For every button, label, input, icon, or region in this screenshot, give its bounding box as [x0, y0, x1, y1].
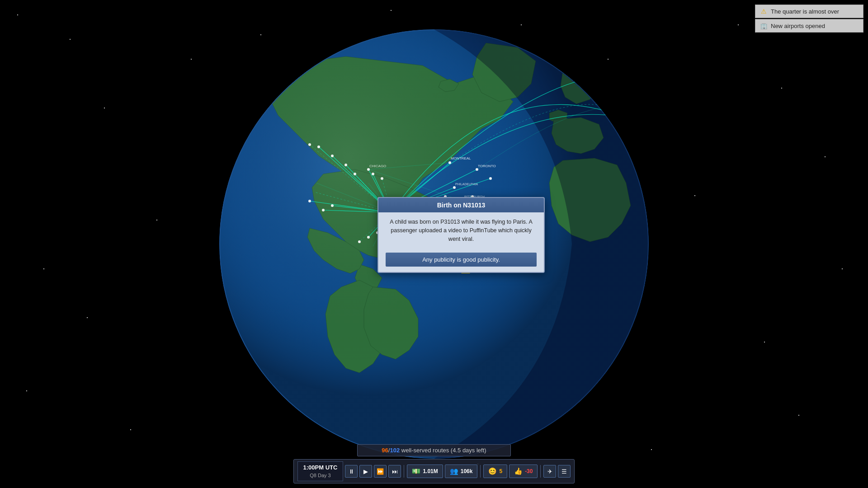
- modal-footer: Any publicity is good publicity.: [378, 249, 544, 272]
- svg-point-46: [489, 177, 492, 180]
- notifications-panel: ⚠ The quarter is almost over 🏢 New airpo…: [755, 5, 863, 33]
- menu-button[interactable]: ☰: [558, 465, 571, 478]
- svg-point-70: [624, 116, 628, 119]
- svg-point-69: [308, 200, 311, 202]
- pax-badge[interactable]: 👥 106k: [445, 465, 478, 478]
- satisfaction-value: 5: [499, 468, 502, 474]
- play-button[interactable]: ▶: [359, 465, 372, 478]
- divider-1: [404, 465, 404, 478]
- svg-point-48: [453, 186, 456, 189]
- routes-current: 96: [382, 447, 388, 454]
- modal-confirm-button[interactable]: Any publicity is good publicity.: [386, 253, 537, 267]
- svg-point-58: [372, 173, 374, 175]
- bottom-hud: 96/102 well-served routes (4.5 days left…: [0, 444, 868, 488]
- event-modal[interactable]: Birth on N31013 A child was born on P310…: [377, 197, 545, 272]
- divider-3: [540, 465, 541, 478]
- svg-point-55: [308, 143, 311, 146]
- modal-body: A child was born on P31013 while it was …: [378, 212, 544, 249]
- current-time: 1:00PM UTC: [303, 464, 338, 472]
- money-icon: 💵: [412, 467, 420, 475]
- money-value: 1.01M: [423, 468, 438, 474]
- svg-text:PHILADELPHIA: PHILADELPHIA: [455, 183, 478, 186]
- svg-text:TORONTO: TORONTO: [478, 164, 496, 168]
- modal-description: A child was born on P31013 while it was …: [390, 219, 532, 242]
- notification-quarter-warning[interactable]: ⚠ The quarter is almost over: [755, 5, 863, 18]
- money-badge[interactable]: 💵 1.01M: [407, 465, 443, 478]
- pax-icon: 👥: [450, 467, 458, 475]
- time-display: 1:00PM UTC Q8 Day 3: [297, 461, 344, 481]
- routes-total: 102: [390, 447, 400, 454]
- warning-icon: ⚠: [760, 8, 767, 15]
- control-bar: 1:00PM UTC Q8 Day 3 ⏸ ▶ ⏩ ⏭ 💵 1.01M 👥 10…: [293, 459, 575, 483]
- current-date: Q8 Day 3: [303, 472, 338, 479]
- rating-badge[interactable]: 👍 -30: [509, 465, 538, 478]
- satisfaction-badge[interactable]: 😊 5: [483, 465, 507, 478]
- fastest-button[interactable]: ⏭: [388, 465, 401, 478]
- svg-point-59: [381, 177, 383, 180]
- pause-button[interactable]: ⏸: [345, 465, 358, 478]
- rating-value: -30: [525, 468, 533, 474]
- notification-airports[interactable]: 🏢 New airports opened: [755, 19, 863, 33]
- svg-point-68: [322, 209, 325, 211]
- routes-label: well-served routes: [401, 447, 449, 454]
- svg-text:CHICAGO: CHICAGO: [369, 164, 386, 168]
- modal-title: Birth on N31013: [437, 202, 486, 209]
- svg-point-54: [317, 145, 320, 148]
- svg-point-44: [448, 161, 451, 164]
- svg-point-56: [354, 173, 356, 175]
- svg-point-53: [331, 155, 334, 157]
- svg-point-52: [344, 164, 347, 166]
- airport-icon: 🏢: [760, 22, 767, 29]
- svg-point-45: [476, 168, 478, 171]
- svg-point-67: [331, 204, 334, 207]
- route-status-bar: 96/102 well-served routes (4.5 days left…: [357, 444, 511, 456]
- svg-text:MONTREAL: MONTREAL: [451, 156, 471, 160]
- svg-point-65: [367, 236, 370, 239]
- routes-time-left: 4.5 days left: [453, 447, 484, 454]
- notification-airports-text: New airports opened: [771, 23, 825, 29]
- modal-header: Birth on N31013: [378, 198, 544, 212]
- fast-forward-button[interactable]: ⏩: [374, 465, 387, 478]
- notification-quarter-text: The quarter is almost over: [771, 8, 839, 15]
- svg-point-57: [367, 168, 370, 171]
- rating-icon: 👍: [514, 467, 523, 475]
- divider-2: [480, 465, 481, 478]
- svg-point-66: [358, 240, 361, 243]
- routes-button[interactable]: ✈: [543, 465, 556, 478]
- satisfaction-icon: 😊: [488, 467, 497, 475]
- pax-value: 106k: [461, 468, 473, 474]
